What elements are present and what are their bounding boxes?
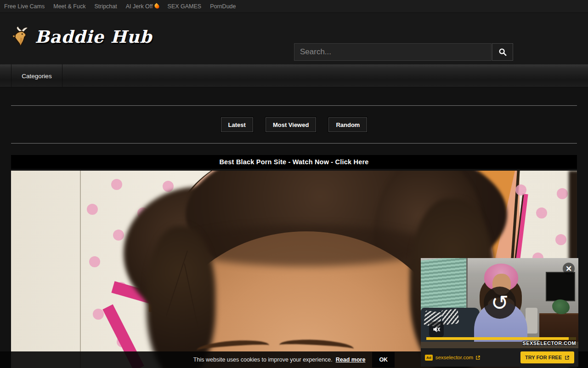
ad-site-link[interactable]: sexselector.com <box>435 355 481 360</box>
polka-dot <box>89 256 100 267</box>
main-nav: Categories <box>0 64 588 87</box>
ad-info-bar: Ad sexselector.com TRY FOR FREE <box>421 348 578 367</box>
external-link-icon <box>565 355 570 360</box>
replay-icon: ↺ <box>491 292 509 313</box>
cookie-read-more-link[interactable]: Read more <box>336 356 366 363</box>
try-for-free-button[interactable]: TRY FOR FREE <box>520 351 574 363</box>
toplink-meet-and-fuck[interactable]: Meet & Fuck <box>53 3 85 10</box>
polka-dot <box>111 179 122 190</box>
flame-icon <box>153 3 160 9</box>
polka-dot <box>93 309 104 320</box>
tab-latest[interactable]: Latest <box>221 117 253 132</box>
polka-dot <box>557 188 568 199</box>
polka-dot <box>163 181 174 192</box>
toplink-ai-jerk-off[interactable]: AI Jerk Off <box>126 3 159 10</box>
ad-site-link-label: sexselector.com <box>435 355 473 360</box>
ad-banner: Best Black Porn Site - Watch Now - Click… <box>11 155 577 169</box>
ad-banner-link[interactable]: Best Black Porn Site - Watch Now - Click… <box>219 158 368 166</box>
mute-button[interactable] <box>429 322 444 337</box>
toplink-free-live-cams[interactable]: Free Live Cams <box>4 3 45 10</box>
toplink-sex-games[interactable]: SEX GAMES <box>168 3 202 10</box>
cookie-message: This website uses cookies to improve you… <box>193 356 333 363</box>
page: Free Live Cams Meet & Fuck Stripchat AI … <box>0 0 588 368</box>
nav-item-categories[interactable]: Categories <box>11 64 62 87</box>
tab-random[interactable]: Random <box>328 117 367 132</box>
site-header: Baddie Hub <box>0 13 588 64</box>
hairline-shadow <box>176 225 434 266</box>
goat-icon <box>10 25 32 49</box>
top-links-bar: Free Live Cams Meet & Fuck Stripchat AI … <box>0 0 588 13</box>
ad-badge: Ad <box>425 355 433 361</box>
polka-dot <box>536 207 547 218</box>
search-input[interactable] <box>294 43 492 61</box>
ad-video-player[interactable]: ↺ ✕ SEXSELECTOR.COM <box>421 258 578 348</box>
external-link-icon <box>475 355 481 360</box>
polka-dot <box>113 230 124 241</box>
toplink-porndude[interactable]: PornDude <box>210 3 236 10</box>
polka-dot <box>87 204 98 215</box>
muted-speaker-icon <box>432 325 441 334</box>
toplink-label: AI Jerk Off <box>126 3 153 10</box>
search-icon <box>498 48 507 56</box>
close-icon: ✕ <box>565 264 572 274</box>
site-logo[interactable]: Baddie Hub <box>10 25 152 49</box>
tab-most-viewed[interactable]: Most Viewed <box>266 117 317 132</box>
toplink-stripchat[interactable]: Stripchat <box>94 3 117 10</box>
search-bar <box>294 43 513 61</box>
replay-button[interactable]: ↺ <box>484 287 516 319</box>
cta-label: TRY FOR FREE <box>525 355 562 360</box>
video-ad-overlay: ↺ ✕ SEXSELECTOR.COM Ad sexselector.com <box>421 258 578 367</box>
video-progress-bar[interactable] <box>426 337 576 340</box>
polka-dot <box>515 184 526 196</box>
cookie-ok-button[interactable]: OK <box>372 352 395 368</box>
polka-dot <box>555 234 566 245</box>
logo-text: Baddie Hub <box>35 27 152 47</box>
search-button[interactable] <box>492 43 513 61</box>
ad-watermark: SEXSELECTOR.COM <box>523 340 576 346</box>
divider <box>11 105 577 106</box>
sort-tabs: Latest Most Viewed Random <box>0 117 588 132</box>
divider <box>11 143 577 144</box>
ad-close-button[interactable]: ✕ <box>563 263 575 275</box>
video-progress-fill <box>426 337 569 340</box>
